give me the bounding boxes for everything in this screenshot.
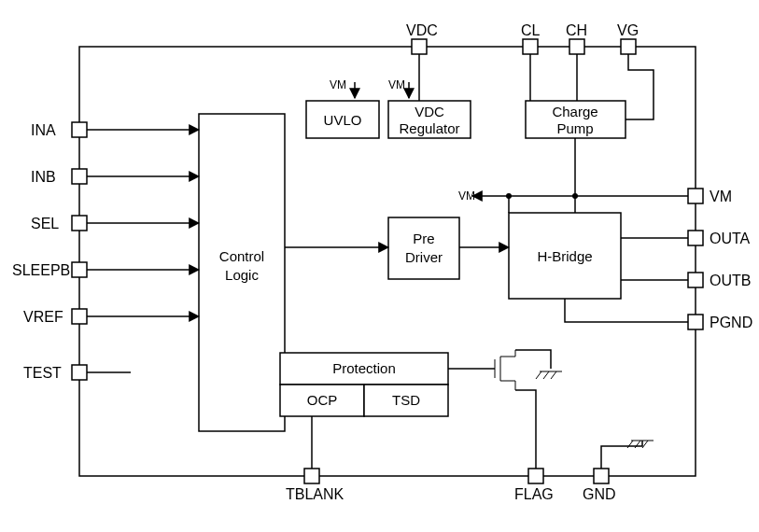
pin-test <box>72 365 87 380</box>
pin-vm <box>688 189 703 203</box>
label-tblank: TBLANK <box>286 486 344 502</box>
pin-vdc <box>412 39 427 54</box>
pin-ch <box>569 39 584 54</box>
text-protection: Protection <box>332 360 396 376</box>
block-pre-driver <box>388 217 459 279</box>
text-pre-driver-1: Pre <box>413 231 434 246</box>
pin-sel <box>72 216 87 231</box>
label-flag: FLAG <box>514 486 554 502</box>
text-charge-pump-2: Pump <box>556 120 593 136</box>
ann-vm-vdc: VM <box>388 78 405 91</box>
pin-outb <box>688 273 703 287</box>
pin-sleepb <box>72 262 87 277</box>
label-ch: CH <box>566 22 587 38</box>
label-outa: OUTA <box>710 231 751 246</box>
text-control-logic-2: Logic <box>225 267 259 283</box>
pin-vg <box>621 39 636 54</box>
pin-tblank <box>304 469 319 483</box>
ann-vm-uvlo: VM <box>330 78 346 91</box>
label-cl: CL <box>521 22 541 38</box>
label-vdc: VDC <box>406 22 438 38</box>
label-test: TEST <box>23 365 62 381</box>
pin-cl <box>523 39 538 54</box>
text-pre-driver-2: Driver <box>405 249 443 265</box>
label-outb: OUTB <box>710 273 751 288</box>
text-h-bridge: H-Bridge <box>537 248 592 264</box>
label-vm-right: VM <box>710 189 732 204</box>
label-gnd: GND <box>583 486 616 502</box>
pin-outa <box>688 231 703 245</box>
label-sleepb: SLEEPB <box>12 262 70 278</box>
label-vg: VG <box>617 22 639 38</box>
dot-vm-cp <box>572 193 578 199</box>
label-vref: VREF <box>23 309 63 325</box>
label-sel: SEL <box>31 216 59 231</box>
pin-gnd <box>594 469 609 483</box>
label-pgnd: PGND <box>710 315 752 330</box>
pin-flag <box>528 469 543 483</box>
pin-ina <box>72 122 87 137</box>
text-charge-pump-1: Charge <box>552 104 597 119</box>
text-ocp: OCP <box>307 392 338 408</box>
text-tsd: TSD <box>392 392 420 408</box>
text-vdc-reg-2: Regulator <box>399 120 459 136</box>
pin-inb <box>72 169 87 184</box>
text-uvlo: UVLO <box>324 112 362 128</box>
block-diagram: VDC CL CH VG INA INB SEL SLEEPB VREF TES… <box>0 0 759 532</box>
pin-pgnd <box>688 315 703 329</box>
label-ina: INA <box>31 122 56 138</box>
text-vdc-reg-1: VDC <box>415 104 444 119</box>
label-inb: INB <box>31 169 56 185</box>
text-control-logic-1: Control <box>219 248 264 264</box>
pin-vref <box>72 309 87 324</box>
